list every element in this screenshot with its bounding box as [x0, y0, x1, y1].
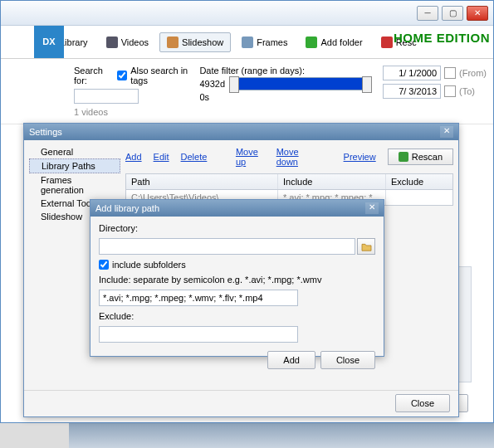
addlib-add-button[interactable]: Add — [267, 351, 315, 369]
include-subfolders-checkbox[interactable]: include subfolders — [99, 260, 375, 270]
add-folder-icon — [306, 37, 317, 48]
calendar-icon[interactable] — [444, 85, 456, 97]
search-input[interactable] — [74, 89, 139, 104]
max-days: 4932d — [199, 79, 225, 89]
delete-link[interactable]: Delete — [181, 152, 208, 162]
maximize-button[interactable]: ▢ — [442, 6, 463, 21]
settings-title-bar: Settings ✕ — [24, 124, 458, 140]
min-days: 0s — [199, 92, 371, 102]
rescan-icon — [399, 152, 408, 162]
directory-label: Directory: — [99, 223, 375, 233]
movedown-link[interactable]: Move down — [276, 147, 315, 167]
addlib-close-icon[interactable]: ✕ — [365, 202, 379, 214]
date-filter-label: Date filter (range in days): — [199, 66, 371, 75]
frames-button[interactable]: Frames — [234, 32, 295, 52]
exclude-input[interactable] — [99, 326, 298, 343]
settings-close-icon[interactable]: ✕ — [440, 126, 453, 138]
preview-link[interactable]: Preview — [344, 152, 376, 162]
date-to-input[interactable] — [383, 84, 441, 99]
settings-close-button[interactable]: Close — [395, 394, 450, 412]
to-label: (To) — [459, 86, 475, 96]
calendar-icon[interactable] — [444, 67, 456, 79]
date-from-input[interactable] — [383, 66, 441, 80]
addlib-title: Add library path — [95, 203, 159, 213]
browse-button[interactable] — [357, 238, 375, 255]
exclude-label: Exclude: — [99, 311, 375, 321]
tree-frames-generation[interactable]: Frames generation — [29, 173, 120, 197]
directory-input[interactable] — [99, 238, 355, 255]
window-close-button[interactable]: ✕ — [467, 6, 488, 21]
video-count: 1 videos — [74, 107, 188, 117]
edit-link[interactable]: Edit — [154, 152, 169, 162]
rescan-icon — [381, 37, 393, 48]
frames-icon — [242, 37, 253, 48]
also-tags-checkbox[interactable]: Also search in tags — [117, 66, 188, 85]
include-header[interactable]: Include — [278, 174, 386, 189]
background-image-bottom — [69, 421, 494, 448]
slideshow-icon — [167, 37, 179, 48]
slideshow-button[interactable]: Slideshow — [159, 32, 231, 52]
search-row: Search for: Also search in tags 1 videos… — [1, 59, 493, 124]
settings-title: Settings — [29, 127, 62, 137]
add-link[interactable]: Add — [125, 152, 142, 162]
date-range-slider[interactable] — [230, 77, 371, 90]
scrollbar[interactable] — [458, 266, 472, 382]
from-label: (From) — [459, 68, 487, 78]
add-folder-button[interactable]: Add folder — [298, 32, 369, 52]
home-edition-label: HOME EDITION — [394, 31, 490, 45]
path-header[interactable]: Path — [126, 174, 278, 189]
exclude-header[interactable]: Exclude — [386, 174, 452, 189]
tree-general[interactable]: General — [29, 145, 120, 158]
app-logo[interactable]: DX — [34, 26, 64, 58]
addlib-close-button[interactable]: Close — [320, 351, 375, 369]
videos-icon — [106, 37, 118, 48]
title-bar: ─ ▢ ✕ — [1, 1, 493, 26]
folder-icon — [361, 242, 372, 251]
minimize-button[interactable]: ─ — [417, 6, 438, 21]
tree-library-paths[interactable]: Library Paths — [29, 158, 120, 173]
add-library-dialog: Add library path ✕ Directory: include su… — [90, 199, 384, 357]
moveup-link[interactable]: Move up — [236, 147, 265, 167]
settings-rescan-button[interactable]: Rescan — [388, 149, 453, 165]
include-input[interactable] — [99, 290, 298, 306]
include-label: Include: separate by semicolon e.g. *.av… — [99, 275, 375, 285]
videos-button[interactable]: Videos — [99, 32, 156, 52]
search-label: Search for: — [74, 66, 109, 85]
addlib-title-bar: Add library path ✕ — [90, 200, 384, 217]
